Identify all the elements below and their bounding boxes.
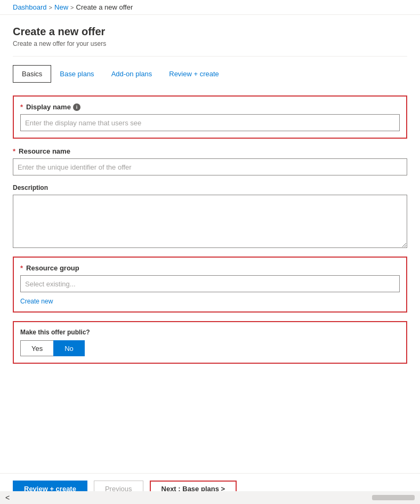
display-name-label: * Display name i <box>20 103 400 111</box>
resource-group-text: Resource group <box>26 264 79 272</box>
public-offer-yes[interactable]: Yes <box>20 340 53 356</box>
tabs-container: Basics Base plans Add-on plans Review + … <box>13 65 407 83</box>
tab-base-plans[interactable]: Base plans <box>51 65 102 83</box>
toggle-buttons: Yes No <box>20 340 400 356</box>
display-name-text: Display name <box>26 103 71 111</box>
breadcrumb-sep1: > <box>49 4 52 11</box>
tab-review-create[interactable]: Review + create <box>160 65 228 83</box>
resource-name-label: * Resource name <box>13 147 407 155</box>
resource-group-label: * Resource group <box>20 264 400 272</box>
breadcrumb-sep2: > <box>70 4 74 11</box>
tab-basics[interactable]: Basics <box>13 65 51 83</box>
resource-name-required: * <box>13 147 15 155</box>
resource-name-field: * Resource name <box>13 147 407 175</box>
description-label: Description <box>13 184 407 191</box>
display-name-input[interactable] <box>20 114 400 131</box>
main-content: Create a new offer Create a new offer fo… <box>0 15 420 452</box>
resource-group-field: * Resource group Select existing... Crea… <box>20 264 400 305</box>
breadcrumb: Dashboard > New > Create a new offer <box>0 0 420 15</box>
display-name-field: * Display name i <box>20 103 400 131</box>
resource-group-select[interactable]: Select existing... <box>20 275 400 292</box>
chevron-left-icon[interactable]: < <box>0 493 15 502</box>
scrollbar-thumb[interactable] <box>372 495 415 500</box>
public-offer-label: Make this offer public? <box>20 329 400 336</box>
display-name-info-icon[interactable]: i <box>73 103 80 111</box>
resource-group-group: * Resource group Select existing... Crea… <box>13 257 407 313</box>
breadcrumb-dashboard[interactable]: Dashboard <box>13 3 47 11</box>
display-name-group: * Display name i <box>13 95 407 139</box>
form: * Display name i * Resource name Descrip… <box>13 95 407 364</box>
public-offer-no[interactable]: No <box>53 340 85 356</box>
breadcrumb-new[interactable]: New <box>54 3 68 11</box>
public-offer-group: Make this offer public? Yes No <box>13 321 407 364</box>
resource-group-required: * <box>20 264 23 272</box>
resource-name-input[interactable] <box>13 158 407 175</box>
description-input[interactable] <box>13 195 407 248</box>
title-divider <box>13 56 407 57</box>
page-title: Create a new offer <box>13 26 407 38</box>
resource-name-text: Resource name <box>19 147 70 155</box>
tab-addon-plans[interactable]: Add-on plans <box>103 65 161 83</box>
description-field: Description <box>13 184 407 248</box>
create-new-link[interactable]: Create new <box>20 298 400 305</box>
display-name-required: * <box>20 103 23 111</box>
page-subtitle: Create a new offer for your users <box>13 40 407 47</box>
breadcrumb-current: Create a new offer <box>76 3 133 11</box>
